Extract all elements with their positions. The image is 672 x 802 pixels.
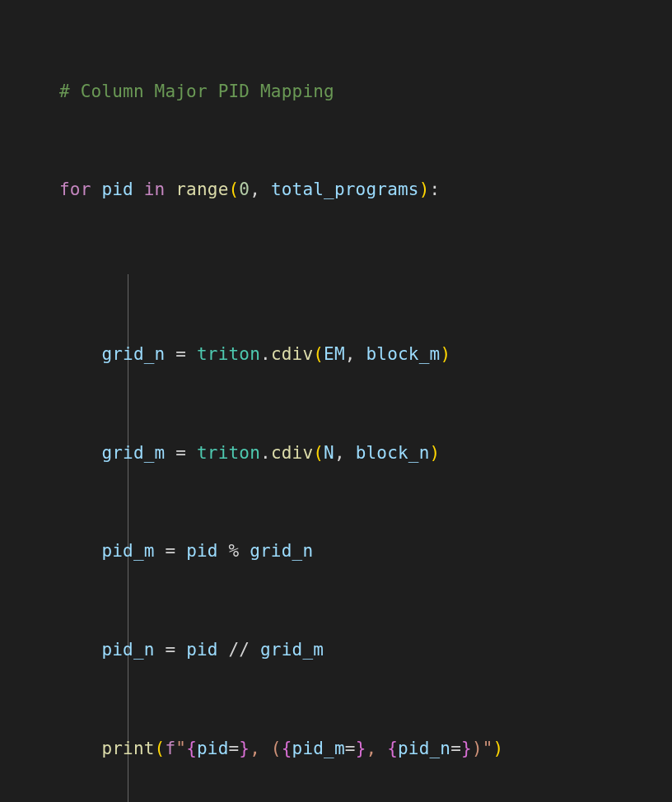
brace-close: } [356,739,366,758]
paren-open: ( [155,739,166,758]
op-eq: = [175,443,186,463]
op-eq: = [165,640,175,660]
fstring-prefix: f [165,739,175,758]
ident-pid-m: pid_m [101,541,154,561]
paren-open: ( [313,443,324,463]
op-floordiv: // [229,640,250,660]
code-comment: # Column Major PID Mapping [59,82,334,101]
paren-close: ) [493,739,504,758]
num-zero: 0 [239,180,250,199]
code-editor[interactable]: # Column Major PID Mapping for pid in ra… [0,10,672,802]
ident-em: EM [324,344,345,364]
ident-n: N [324,443,334,463]
op-eq: = [175,344,186,364]
op-mod: % [229,541,240,561]
op-eq: = [165,541,175,561]
quote-close: " [483,739,493,758]
str-seg: , ( [250,739,282,758]
comma: , [334,443,356,463]
kw-for: for [59,180,91,199]
brace-open: { [282,739,292,758]
dot: . [260,344,271,364]
dot: . [260,443,271,463]
str-seg: ) [472,739,483,758]
fn-print: print [101,739,154,758]
colon: : [430,180,441,199]
brace-close: } [239,739,250,758]
ident-block-n: block_n [356,443,430,463]
paren-open: ( [313,344,324,364]
ident-total-programs: total_programs [271,180,419,199]
paren-open: ( [229,180,240,199]
fn-cdiv: cdiv [271,344,313,364]
comma: , [250,180,271,199]
mod-triton: triton [197,344,260,364]
code-cell: # Column Major PID Mapping for pid in ra… [0,0,672,802]
ident-pid: pid [197,739,229,758]
ident-grid-n: grid_n [101,344,165,364]
quote-open: " [175,739,186,758]
ident-grid-n: grid_n [250,541,313,561]
ident-pid: pid [186,640,218,660]
paren-close: ) [440,344,450,364]
indent-guide: grid_n = triton.cdiv(EM, block_m) grid_m… [59,273,660,802]
kw-in: in [144,180,166,199]
brace-open: { [186,739,197,758]
ident-block-m: block_m [366,344,440,364]
comma: , [345,344,366,364]
str-seg: , [366,739,387,758]
mod-triton: triton [197,443,260,463]
op-eq: = [345,739,356,758]
ident-pid-n: pid_n [398,739,450,758]
ident-grid-m: grid_m [101,443,165,463]
ident-pid: pid [186,541,218,561]
brace-close: } [461,739,472,758]
paren-close: ) [419,180,430,199]
paren-close: ) [430,443,441,463]
ident-pid-n: pid_n [101,640,154,660]
op-eq: = [229,739,240,758]
brace-open: { [387,739,398,758]
ident-pid: pid [101,180,133,199]
op-eq: = [450,739,461,758]
ident-grid-m: grid_m [260,640,324,660]
ident-pid-m: pid_m [292,739,345,758]
fn-range: range [175,180,228,199]
fn-cdiv: cdiv [271,443,313,463]
